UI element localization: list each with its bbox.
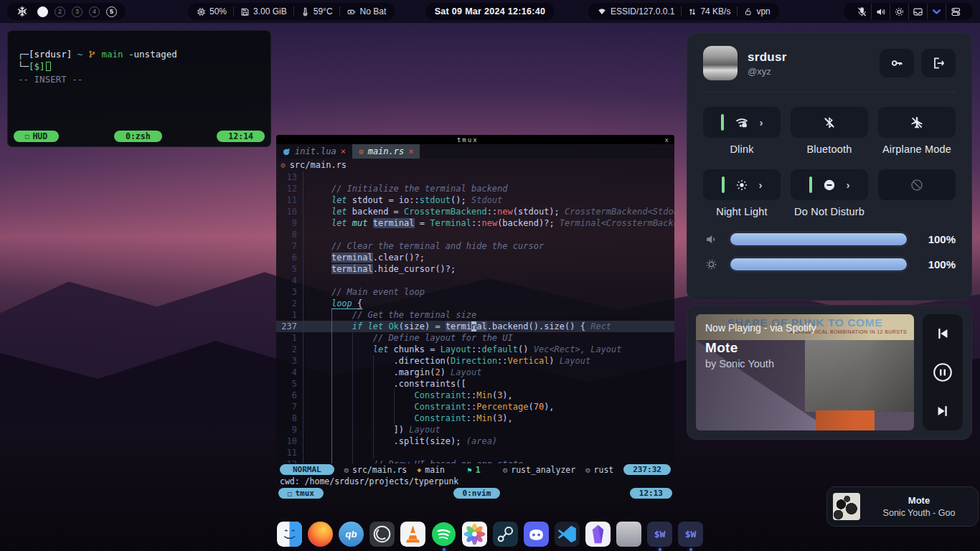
now-playing-label: Now Playing - via Spotify [705, 322, 816, 334]
obsidian-icon [585, 522, 611, 547]
microphone-muted-icon[interactable] [852, 4, 871, 19]
workspace-4[interactable]: 4 [89, 6, 100, 17]
memory-icon [240, 7, 250, 17]
tmux-session-pill[interactable]: □HUD [14, 131, 59, 142]
volume-icon[interactable] [871, 4, 890, 19]
dock-item-dollar-w[interactable]: $W [678, 522, 703, 547]
updown-arrows-icon [688, 7, 697, 17]
volume-slider[interactable] [729, 232, 908, 247]
memory-stat: 3.00 GiB [233, 6, 287, 17]
tab-main-rs[interactable]: ⚙ main.rs × [352, 144, 420, 159]
code-line: 237 if let Ok(size) = terminal.backend()… [276, 321, 674, 332]
brightness-slider[interactable] [729, 257, 908, 272]
airplane-mode-button[interactable] [878, 107, 956, 138]
code-area[interactable]: 1312 // Initialize the terminal backend1… [276, 171, 674, 463]
bluetooth-button[interactable] [791, 107, 868, 138]
dock-item-qbittorrent[interactable]: qb [339, 522, 364, 547]
workspace-2[interactable]: 2 [55, 6, 65, 17]
pause-button[interactable] [932, 362, 953, 383]
tab-init-lua[interactable]: init.lua × [276, 144, 352, 159]
volume-slider-row: 100% [703, 232, 956, 247]
dock-item-spotify[interactable] [431, 522, 456, 547]
display-settings-gear-icon[interactable] [890, 4, 908, 19]
dock-item-vlc[interactable] [400, 522, 425, 547]
code-line: 8 [276, 229, 674, 240]
vlc-icon [400, 522, 425, 547]
dock-item-photos[interactable] [462, 522, 487, 547]
net-speed-stat: 74 KB/s [681, 6, 730, 17]
dock-item-obsidian[interactable] [585, 522, 611, 547]
clock[interactable]: Sat 09 Mar 2024 12:16:40 [426, 3, 555, 20]
dock-item-steam[interactable] [493, 522, 518, 547]
mail-tray-icon[interactable] [908, 4, 927, 19]
network-module[interactable]: ESSID/127.0.0.1 74 KB/s vpn [588, 3, 779, 20]
tmux-window-pill[interactable]: 0:zsh [114, 131, 162, 142]
sliders-section: 100% 100% [703, 232, 956, 272]
control-panel-icon[interactable] [946, 4, 964, 19]
tab-close-icon[interactable]: × [408, 146, 413, 156]
workspace-switcher: 2345 [37, 6, 117, 17]
dock-item-vscode[interactable] [555, 522, 580, 547]
dock-item-obs[interactable] [369, 522, 395, 547]
track-title: Mote [705, 340, 816, 356]
tab-close-icon[interactable]: × [341, 146, 346, 156]
git-branch-icon: ◆ [417, 466, 421, 474]
previous-track-button[interactable] [935, 326, 951, 342]
prompt-path: ~ [77, 49, 83, 60]
album-art[interactable]: SHAPE OF PUNK TO COME A CHIMERICAL BOMBI… [696, 314, 914, 430]
workspace-1[interactable] [37, 6, 48, 17]
brightness-slider-row: 100% [703, 257, 956, 272]
night-light-button[interactable]: › [703, 169, 781, 200]
code-line: 11 [276, 447, 674, 458]
top-bar: 2345 50% 3.00 GiB 59°C No Bat Sat 09 Mar… [0, 0, 980, 23]
workspace-5[interactable]: 5 [106, 6, 117, 17]
dock-item-file-manager[interactable] [277, 522, 302, 547]
rust-file-icon: ⚙ [359, 147, 364, 156]
code-line: 1 // Define layout for the UI [276, 332, 674, 344]
dock-item-discord[interactable] [524, 522, 549, 547]
tmux-session-pill[interactable]: □tmux [278, 488, 324, 499]
chevron-right-icon[interactable]: › [760, 117, 763, 128]
logout-button[interactable] [921, 49, 956, 77]
chevron-down-icon[interactable] [927, 4, 946, 19]
terminal-window[interactable]: ┌─[srdusr] ~ main -unstaged └─[$] -- INS… [7, 30, 271, 147]
wifi-lock-icon [734, 116, 750, 130]
dlink-button[interactable]: › [703, 107, 781, 138]
rust-file-icon: ⚙ [585, 466, 590, 474]
code-line: 6 terminal.clear()?; [276, 252, 674, 263]
next-track-button[interactable] [935, 403, 951, 419]
toggle-night-light: ›Night Light [703, 169, 781, 219]
control-center: srdusr @xyz ›DlinkBluetoothAirplane Mode… [687, 32, 972, 301]
toggle-label: Do Not Disturb [794, 206, 864, 219]
toggle-bluetooth: Bluetooth [791, 107, 868, 156]
tmux-window[interactable]: tmux x init.lua × ⚙ main.rs × ⚙ src/main… [276, 135, 674, 501]
system-stats[interactable]: 50% 3.00 GiB 59°C No Bat [188, 3, 395, 20]
brightness-icon [703, 258, 719, 271]
keyring-button[interactable] [880, 49, 914, 77]
workspace-3[interactable]: 3 [72, 6, 83, 17]
mode-pill: NORMAL [280, 464, 334, 475]
notification-toast[interactable]: Mote Sonic Youth - Goo [826, 486, 979, 527]
code-line: 1 // Get the terminal size [276, 309, 674, 321]
dock-item-firefox[interactable] [308, 522, 333, 547]
speaker-icon [703, 232, 719, 246]
cpu-stat: 50% [197, 6, 227, 17]
dock-item-trash[interactable] [616, 522, 641, 547]
media-player-card: SHAPE OF PUNK TO COME A CHIMERICAL BOMBI… [687, 305, 972, 440]
vscode-icon [555, 522, 580, 547]
rust-file-icon: ⚙ [281, 161, 286, 170]
tmux-window-pill[interactable]: 0:nvim [453, 488, 501, 499]
blocked-button[interactable] [878, 169, 956, 200]
close-window-button[interactable]: x [659, 136, 674, 143]
chevron-right-icon[interactable]: › [759, 179, 763, 190]
do-not-disturb-button[interactable]: › [791, 169, 868, 200]
running-indicator [443, 548, 446, 551]
nvim-statusline: NORMAL ⚙src/main.rs ◆main ⚑1 ⚙rust_analy… [276, 463, 674, 476]
chevron-right-icon[interactable]: › [847, 179, 850, 190]
spotify-icon [431, 522, 456, 547]
avatar [703, 46, 738, 80]
launcher-snowflake-icon[interactable] [16, 4, 29, 19]
code-line: 4 [276, 275, 674, 286]
dock-item-dollar-w[interactable]: $W [647, 522, 672, 547]
temperature-value: 59°C [314, 6, 333, 17]
